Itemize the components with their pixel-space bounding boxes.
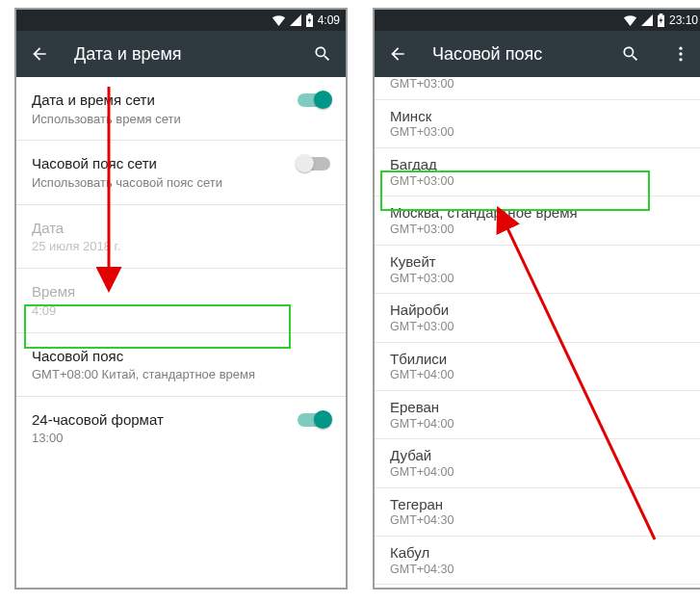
tz-offset: GMT+04:00 [390, 465, 688, 481]
tz-row-moscow[interactable]: Москва, стандартное время GMT+03:00 [375, 197, 700, 245]
row-sub: 4:09 [32, 303, 330, 320]
tz-city: Багдад [390, 156, 688, 174]
tz-city: Ереван [390, 399, 688, 417]
arrow-back-icon [388, 44, 407, 64]
svg-point-2 [679, 58, 682, 61]
tz-row[interactable]: Баку GMT+05:00 [375, 585, 700, 588]
tz-row[interactable]: Минск GMT+03:00 [375, 100, 700, 148]
switch-net-time[interactable] [298, 93, 330, 107]
svg-point-0 [679, 47, 682, 50]
row-timezone[interactable]: Часовой пояс GMT+08:00 Китай, стандартно… [16, 333, 346, 396]
tz-offset: GMT+03:00 [390, 320, 688, 335]
battery-icon [305, 13, 314, 27]
row-title: Дата [32, 219, 330, 238]
switch-net-tz[interactable] [298, 157, 330, 170]
tz-row[interactable]: Кувейт GMT+03:00 [375, 246, 700, 294]
tz-row[interactable]: Багдад GMT+03:00 [375, 148, 700, 197]
overflow-button[interactable] [665, 39, 696, 69]
row-title: Дата и время сети [32, 91, 181, 110]
signal-icon [641, 14, 653, 26]
row-title: Часовой пояс [32, 347, 330, 366]
tz-offset: GMT+03:00 [390, 125, 688, 141]
row-sub: Использовать время сети [32, 112, 181, 128]
back-button[interactable] [24, 39, 55, 69]
wifi-icon [623, 14, 637, 26]
signal-icon [290, 14, 301, 26]
tz-row[interactable]: Тбилиси GMT+04:00 [375, 343, 700, 391]
status-bar: 4:09 [16, 10, 346, 31]
status-time: 4:09 [318, 13, 340, 27]
tz-offset: GMT+03:00 [390, 77, 688, 92]
timezone-list[interactable]: GMT+03:00 Минск GMT+03:00 Багдад GMT+03:… [375, 77, 700, 588]
tz-offset: GMT+03:00 [390, 174, 688, 190]
tz-city: Найроби [390, 302, 688, 320]
appbar-title: Дата и время [74, 44, 288, 65]
row-date: Дата 25 июля 2018 г. [16, 205, 346, 268]
row-sub: Использовать часовой пояс сети [32, 175, 222, 192]
tz-offset: GMT+03:00 [390, 223, 688, 238]
tz-row[interactable]: Дубай GMT+04:00 [375, 439, 700, 487]
search-icon [313, 44, 332, 64]
phone-left: 4:09 Дата и время Дата и время сети Испо… [14, 8, 348, 590]
tz-offset: GMT+04:00 [390, 417, 688, 433]
row-title: 24-часовой формат [32, 410, 164, 430]
status-time: 23:10 [669, 13, 698, 27]
phone-right: 23:10 Часовой пояс GMT+03:00 Минск GMT+0… [373, 8, 700, 590]
app-bar: Часовой пояс [375, 31, 700, 77]
row-net-time[interactable]: Дата и время сети Использовать время сет… [16, 77, 346, 140]
switch-24h[interactable] [298, 413, 330, 427]
tz-row[interactable]: Найроби GMT+03:00 [375, 294, 700, 342]
tz-row[interactable]: Тегеран GMT+04:30 [375, 488, 700, 537]
tz-city: Тбилиси [390, 351, 688, 369]
appbar-title: Часовой пояс [432, 44, 596, 65]
search-button[interactable] [307, 39, 338, 69]
status-bar: 23:10 [375, 10, 700, 31]
search-icon [621, 44, 640, 64]
wifi-icon [272, 14, 286, 26]
row-time: Время 4:09 [16, 269, 346, 331]
tz-city: Кувейт [390, 253, 688, 272]
row-title: Время [32, 282, 330, 302]
row-sub: GMT+08:00 Китай, стандартное время [32, 367, 330, 383]
svg-point-1 [679, 52, 682, 55]
tz-city: Тегеран [390, 496, 688, 514]
row-sub: 13:00 [32, 431, 164, 447]
tz-offset: GMT+04:30 [390, 563, 688, 578]
tz-offset: GMT+04:30 [390, 513, 688, 529]
row-24h[interactable]: 24-часовой формат 13:00 [16, 397, 346, 459]
tz-row[interactable]: Ереван GMT+04:00 [375, 391, 700, 439]
tz-offset: GMT+04:00 [390, 368, 688, 383]
tz-city: Минск [390, 108, 688, 126]
tz-row[interactable]: Кабул GMT+04:30 [375, 537, 700, 585]
arrow-back-icon [30, 44, 49, 64]
app-bar: Дата и время [16, 31, 346, 77]
tz-offset: GMT+03:00 [390, 272, 688, 287]
battery-icon [657, 13, 665, 27]
back-button[interactable] [382, 39, 413, 69]
search-button[interactable] [615, 39, 646, 69]
tz-row-partial[interactable]: GMT+03:00 [375, 77, 700, 100]
tz-city: Кабул [390, 544, 688, 563]
tz-city: Дубай [390, 447, 688, 465]
more-vert-icon [671, 44, 690, 64]
row-net-tz[interactable]: Часовой пояс сети Использовать часовой п… [16, 141, 346, 203]
tz-city: Москва, стандартное время [390, 204, 688, 223]
row-title: Часовой пояс сети [32, 154, 222, 173]
settings-list: Дата и время сети Использовать время сет… [16, 77, 346, 588]
row-sub: 25 июля 2018 г. [32, 239, 330, 255]
